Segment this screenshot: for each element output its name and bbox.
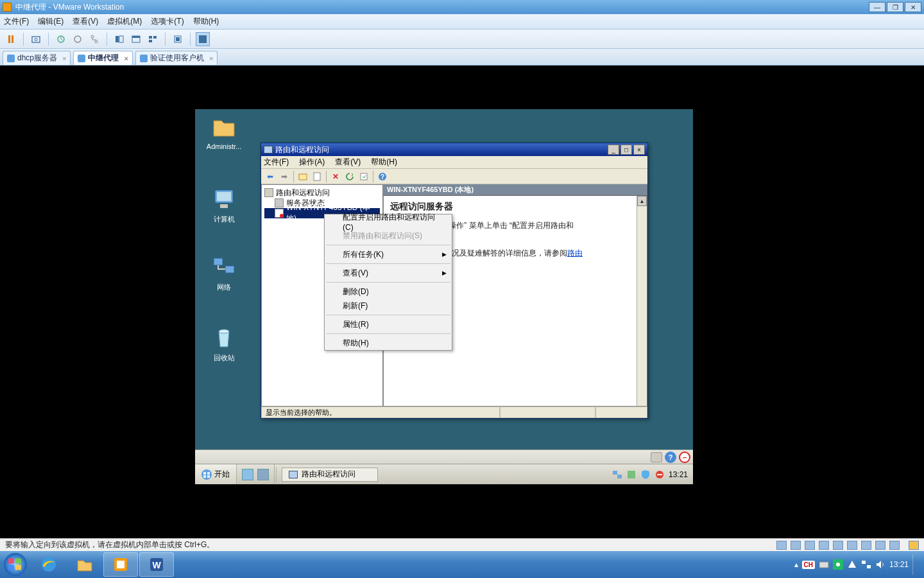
- guest-clock[interactable]: 13:21: [669, 470, 688, 479]
- guest-systray: 13:21: [607, 469, 693, 480]
- menu-view[interactable]: 查看(V): [73, 16, 98, 27]
- device-display-icon[interactable]: [889, 541, 900, 550]
- action-center-icon[interactable]: [847, 559, 857, 570]
- close-icon[interactable]: ×: [62, 55, 66, 62]
- back-icon[interactable]: ⬅: [264, 170, 277, 183]
- fullscreen-icon[interactable]: [196, 32, 210, 46]
- menu-edit[interactable]: 编辑(E): [38, 16, 64, 27]
- refresh-icon[interactable]: [343, 170, 356, 183]
- ctx-alltasks[interactable]: 所有任务(K): [325, 247, 452, 261]
- ctx-help[interactable]: 帮助(H): [325, 336, 452, 350]
- unity-icon[interactable]: [171, 32, 185, 46]
- ctx-configure[interactable]: 配置并启用路由和远程访问(C): [325, 215, 452, 229]
- view-single-icon[interactable]: [112, 32, 126, 46]
- desktop-icon-recycle[interactable]: 回收站: [201, 325, 246, 363]
- tab-label: 验证使用客户机: [150, 53, 204, 64]
- menu-view[interactable]: 查看(V): [335, 157, 361, 168]
- svg-point-3: [74, 36, 81, 42]
- tree-root[interactable]: 路由和远程访问: [264, 188, 380, 198]
- volume-tray-icon[interactable]: [875, 559, 886, 570]
- minimize-button[interactable]: —: [869, 2, 886, 12]
- tab-relay[interactable]: 中继代理×: [73, 51, 132, 65]
- tab-client[interactable]: 验证使用客户机×: [135, 51, 218, 65]
- pause-icon[interactable]: [4, 32, 18, 46]
- close-button[interactable]: ×: [633, 144, 645, 155]
- help-icon[interactable]: ?: [665, 451, 676, 463]
- device-net1-icon[interactable]: [819, 541, 829, 550]
- network-icon: [211, 254, 237, 280]
- menu-help[interactable]: 帮助(H): [371, 157, 397, 168]
- minimize-button[interactable]: _: [608, 144, 619, 155]
- device-usb-icon[interactable]: [847, 541, 857, 550]
- help-icon[interactable]: ?: [376, 170, 389, 183]
- device-printer-icon[interactable]: [875, 541, 886, 550]
- taskbar-button-rras[interactable]: 路由和远程访问: [282, 468, 378, 482]
- close-icon[interactable]: ×: [124, 55, 128, 62]
- tray-icon[interactable]: [651, 452, 662, 462]
- scrollbar[interactable]: ▲: [637, 196, 647, 406]
- pinned-ie[interactable]: [31, 552, 66, 577]
- properties-icon[interactable]: [311, 170, 323, 183]
- menu-file[interactable]: 文件(F): [264, 157, 289, 168]
- snapshot-revert-icon[interactable]: [54, 32, 68, 46]
- pinned-word[interactable]: W: [139, 552, 174, 577]
- close-button[interactable]: ✕: [905, 2, 921, 12]
- network-tray-icon[interactable]: [861, 559, 871, 570]
- menu-file[interactable]: 文件(F): [4, 16, 29, 27]
- close-icon[interactable]: ×: [209, 55, 213, 62]
- snapshot-manage-icon[interactable]: [71, 32, 85, 46]
- block-icon[interactable]: –: [679, 451, 690, 463]
- device-net2-icon[interactable]: [833, 541, 843, 550]
- flag-tray-icon[interactable]: [833, 559, 843, 570]
- pinned-explorer[interactable]: [67, 552, 102, 577]
- message-icon[interactable]: [909, 541, 919, 550]
- view-console-icon[interactable]: [129, 32, 143, 46]
- start-button[interactable]: 开始: [195, 464, 237, 484]
- maximize-button[interactable]: □: [620, 144, 632, 155]
- guest-desktop[interactable]: Administr... 计算机 网络 回收站 路由和远程访问 _ □ × 文件…: [195, 109, 693, 484]
- svg-rect-22: [299, 174, 307, 180]
- maximize-button[interactable]: ❐: [887, 2, 903, 12]
- device-cd-icon[interactable]: [791, 541, 801, 550]
- keyboard-tray-icon[interactable]: [819, 559, 829, 570]
- view-thumbnail-icon[interactable]: [146, 32, 160, 46]
- desktop-icon-network[interactable]: 网络: [201, 254, 246, 292]
- status-icon: [275, 198, 284, 207]
- rras-titlebar[interactable]: 路由和远程访问 _ □ ×: [261, 143, 647, 156]
- device-hdd-icon[interactable]: [776, 541, 787, 550]
- show-desktop[interactable]: [912, 554, 919, 575]
- window-title: 中继代理 - VMware Workstation: [15, 2, 124, 13]
- svg-text:?: ?: [381, 173, 384, 180]
- forward-icon[interactable]: ➡: [278, 170, 291, 183]
- up-icon[interactable]: [296, 170, 309, 183]
- menu-tabs[interactable]: 选项卡(T): [151, 16, 184, 27]
- desktop-icon-admin[interactable]: Administr...: [201, 114, 246, 150]
- ql-desktop-icon[interactable]: [257, 469, 269, 480]
- export-icon[interactable]: [357, 170, 370, 183]
- routing-link[interactable]: 路由: [567, 249, 583, 258]
- menu-help[interactable]: 帮助(H): [193, 16, 219, 27]
- pinned-vmware[interactable]: [103, 552, 138, 577]
- desktop-icon-computer[interactable]: 计算机: [201, 186, 246, 224]
- ql-server-icon[interactable]: [242, 469, 253, 480]
- tab-dhcp[interactable]: dhcp服务器×: [3, 51, 71, 65]
- device-floppy-icon[interactable]: [805, 541, 815, 550]
- ime-icon[interactable]: CH: [802, 561, 815, 569]
- alert-tray-icon[interactable]: [654, 469, 665, 480]
- ctx-delete[interactable]: 删除(D): [325, 285, 452, 299]
- device-sound-icon[interactable]: [861, 541, 871, 550]
- ctx-view[interactable]: 查看(V): [325, 266, 452, 280]
- snapshot-tree-icon[interactable]: [87, 32, 101, 46]
- snapshot-take-icon[interactable]: [29, 32, 43, 46]
- action-tray-icon[interactable]: [626, 469, 637, 480]
- ctx-properties[interactable]: 属性(R): [325, 317, 452, 331]
- menu-action[interactable]: 操作(A): [299, 157, 325, 168]
- host-clock[interactable]: 13:21: [889, 560, 909, 569]
- delete-icon[interactable]: ✕: [329, 170, 342, 183]
- shield-tray-icon[interactable]: [640, 469, 651, 480]
- svg-rect-30: [628, 471, 635, 478]
- start-orb[interactable]: [3, 552, 28, 577]
- network-tray-icon[interactable]: [612, 469, 622, 480]
- menu-vm[interactable]: 虚拟机(M): [107, 16, 142, 27]
- ctx-refresh[interactable]: 刷新(F): [325, 299, 452, 313]
